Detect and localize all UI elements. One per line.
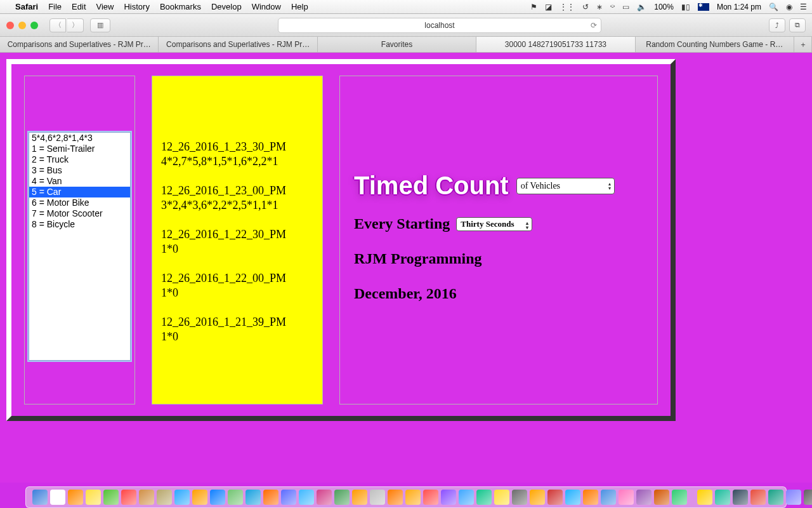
dock-app-icon[interactable]: [547, 490, 563, 505]
dashlane-icon[interactable]: ◪: [545, 3, 552, 11]
dock-app-icon[interactable]: [210, 490, 225, 505]
dock-app-icon[interactable]: [334, 490, 350, 505]
menu-file[interactable]: File: [48, 2, 62, 11]
tab-3[interactable]: 30000 1482719051733 11733: [476, 37, 635, 52]
dock-area: [0, 483, 812, 508]
dock-app-icon[interactable]: [733, 490, 748, 505]
forward-button[interactable]: 〉: [67, 18, 84, 32]
dock-app-icon[interactable]: [281, 490, 296, 505]
dock-app-icon[interactable]: [299, 490, 314, 505]
spotlight-icon[interactable]: 🔍: [769, 3, 778, 11]
volume-icon[interactable]: 🔈: [637, 3, 646, 11]
menu-help[interactable]: Help: [291, 2, 308, 11]
dock-app-icon[interactable]: [139, 490, 154, 505]
dock-app-icon[interactable]: [50, 490, 65, 505]
bluetooth-icon[interactable]: ∗: [596, 3, 603, 11]
menuextra-icon[interactable]: ⋮⋮: [560, 3, 575, 11]
dock-app-icon[interactable]: [246, 490, 261, 505]
dock-app-icon[interactable]: [619, 490, 634, 505]
listbox-option[interactable]: 4 = Van: [29, 176, 130, 187]
app-name[interactable]: Safari: [15, 2, 38, 11]
menu-develop[interactable]: Develop: [211, 2, 242, 11]
dock-app-icon[interactable]: [352, 490, 367, 505]
dock-app-icon[interactable]: [192, 490, 207, 505]
battery-icon[interactable]: ▮▯: [681, 3, 690, 11]
dock-app-icon[interactable]: [715, 490, 730, 505]
dock-app-icon[interactable]: [68, 490, 83, 505]
dock-app-icon[interactable]: [804, 490, 812, 505]
notification-center-icon[interactable]: ☰: [800, 3, 807, 11]
dock-app-icon[interactable]: [530, 490, 545, 505]
listbox-option[interactable]: 3 = Bus: [29, 165, 130, 176]
wifi-icon[interactable]: ⌔: [610, 3, 615, 11]
dock-app-icon[interactable]: [103, 490, 119, 505]
minimize-window-button[interactable]: [18, 22, 26, 29]
input-flag-icon[interactable]: [698, 3, 709, 11]
siri-icon[interactable]: ◉: [786, 3, 792, 11]
battery-percent[interactable]: 100%: [654, 3, 674, 11]
dock-app-icon[interactable]: [583, 490, 598, 505]
menu-window[interactable]: Window: [252, 2, 281, 11]
dock-app-icon[interactable]: [476, 490, 492, 505]
sidebar-button[interactable]: ▥: [90, 18, 110, 32]
dock-app-icon[interactable]: [601, 490, 616, 505]
dock-app-icon[interactable]: [388, 490, 403, 505]
tab-4[interactable]: Random Counting Numbers Game - R…: [636, 37, 794, 52]
dock-app-icon[interactable]: [157, 490, 172, 505]
dock-app-icon[interactable]: [565, 490, 580, 505]
avast-icon[interactable]: ⚑: [530, 3, 537, 11]
share-button[interactable]: ⤴: [769, 18, 785, 32]
dock-app-icon[interactable]: [672, 490, 687, 505]
dock-app-icon[interactable]: [86, 490, 101, 505]
vehicle-listbox[interactable]: 5*4,6*2,8*1,4*31 = Semi-Trailer2 = Truck…: [29, 132, 131, 361]
address-bar[interactable]: localhost ⟳: [278, 18, 601, 33]
menubar-clock[interactable]: Mon 1:24 pm: [717, 3, 761, 11]
dock-app-icon[interactable]: [441, 490, 456, 505]
listbox-option[interactable]: 7 = Motor Scooter: [29, 208, 130, 219]
dock-app-icon[interactable]: [317, 490, 332, 505]
dock-app-icon[interactable]: [768, 490, 783, 505]
tab-2[interactable]: Favorites: [318, 37, 476, 52]
menu-bookmarks[interactable]: Bookmarks: [160, 2, 201, 11]
menu-view[interactable]: View: [96, 2, 114, 11]
close-window-button[interactable]: [6, 22, 14, 29]
dock-app-icon[interactable]: [512, 490, 527, 505]
dock-app-icon[interactable]: [697, 490, 712, 505]
listbox-option[interactable]: 2 = Truck: [29, 154, 130, 165]
dock-app-icon[interactable]: [636, 490, 652, 505]
dock-app-icon[interactable]: [750, 490, 766, 505]
listbox-option[interactable]: 8 = Bicycle: [29, 219, 130, 230]
reload-icon[interactable]: ⟳: [591, 21, 597, 30]
menu-history[interactable]: History: [124, 2, 149, 11]
dock-app-icon[interactable]: [786, 490, 801, 505]
dock-app-icon[interactable]: [370, 490, 385, 505]
dock-app-icon[interactable]: [405, 490, 421, 505]
dock-app-icon[interactable]: [174, 490, 190, 505]
show-tabs-button[interactable]: ⧉: [789, 18, 806, 32]
interval-select[interactable]: Thirty Seconds: [456, 217, 532, 231]
listbox-option[interactable]: 5*4,6*2,8*1,4*3: [29, 133, 130, 144]
back-button[interactable]: 〈: [49, 18, 66, 32]
dock-app-icon[interactable]: [32, 490, 48, 505]
listbox-option[interactable]: 5 = Car: [29, 187, 130, 197]
dock-app-icon[interactable]: [423, 490, 438, 505]
count-subject-select[interactable]: of Vehicles: [516, 178, 615, 194]
dock-app-icon[interactable]: [459, 490, 474, 505]
zoom-window-button[interactable]: [30, 22, 38, 29]
tab-1[interactable]: Comparisons and Superlatives - RJM Pr…: [159, 37, 317, 52]
dock-app-icon[interactable]: [228, 490, 243, 505]
tab-0[interactable]: Comparisons and Superlatives - RJM Pr…: [0, 37, 159, 52]
dock-app-icon[interactable]: [263, 490, 278, 505]
menu-edit[interactable]: Edit: [72, 2, 86, 11]
timemachine-icon[interactable]: ↺: [582, 3, 589, 11]
listbox-option[interactable]: 1 = Semi-Trailer: [29, 144, 130, 154]
dock-app-icon[interactable]: [654, 490, 669, 505]
display-icon[interactable]: ▭: [622, 3, 629, 11]
content-frame: 5*4,6*2,8*1,4*31 = Semi-Trailer2 = Truck…: [6, 59, 676, 421]
dock-app-icon[interactable]: [494, 490, 509, 505]
listbox-option[interactable]: 6 = Motor Bike: [29, 197, 130, 208]
new-tab-button[interactable]: ＋: [794, 37, 812, 52]
dock[interactable]: [25, 486, 787, 508]
log-timestamp: 12_26_2016_1_21_39_PM: [161, 315, 313, 330]
dock-app-icon[interactable]: [121, 490, 136, 505]
